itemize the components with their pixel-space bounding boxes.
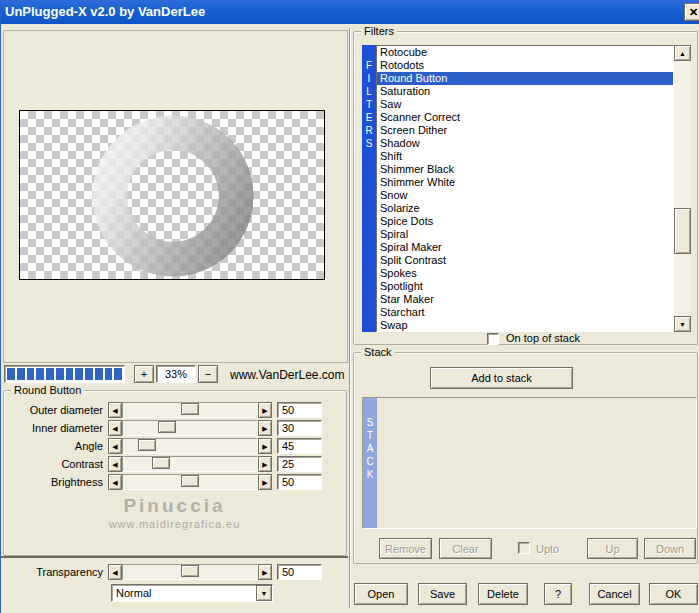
slider-value-field[interactable]: 25 [277, 456, 322, 472]
progress-segment [105, 368, 113, 380]
filter-list-item[interactable]: Rotodots [377, 59, 673, 72]
preview-canvas[interactable] [19, 110, 325, 280]
progress-segment [85, 368, 93, 380]
slider-track[interactable] [122, 474, 258, 490]
slider-thumb[interactable] [181, 565, 199, 577]
slider-thumb[interactable] [158, 421, 176, 433]
banner-letter: I [362, 72, 376, 85]
slider-thumb[interactable] [181, 475, 199, 487]
slider-thumb[interactable] [181, 403, 199, 415]
window-title: UnPlugged-X v2.0 by VanDerLee [5, 4, 205, 19]
slider-increase-arrow[interactable]: ▶ [258, 420, 272, 436]
progress-segment [75, 368, 83, 380]
on-top-of-stack-checkbox[interactable] [487, 333, 499, 345]
filter-list-item[interactable]: Spiral Maker [377, 241, 673, 254]
slider-increase-arrow[interactable]: ▶ [258, 564, 272, 580]
slider-track[interactable] [122, 402, 258, 418]
filter-list-item[interactable]: Spiral [377, 228, 673, 241]
help-button[interactable]: ? [544, 583, 572, 605]
slider-track[interactable] [122, 420, 258, 436]
save-button[interactable]: Save [418, 583, 467, 605]
filter-list-item[interactable]: Spice Dots [377, 215, 673, 228]
slider-label: Angle [3, 440, 103, 452]
upto-checkbox[interactable] [518, 542, 530, 554]
filter-list-item[interactable]: Starchart [377, 306, 673, 319]
slider-increase-arrow[interactable]: ▶ [258, 438, 272, 454]
cancel-button[interactable]: Cancel [589, 583, 640, 605]
progress-segment [56, 368, 64, 380]
filter-list-item[interactable]: Swap [377, 319, 673, 332]
slider-decrease-arrow[interactable]: ◀ [108, 402, 122, 418]
slider-increase-arrow[interactable]: ▶ [258, 474, 272, 490]
slider-row-angle: Angle◀▶45 [3, 438, 347, 454]
close-button[interactable]: ✕ [684, 3, 699, 21]
slider-decrease-arrow[interactable]: ◀ [108, 564, 122, 580]
title-bar[interactable]: UnPlugged-X v2.0 by VanDerLee ✕ [1, 0, 699, 24]
filter-list-item[interactable]: Shift [377, 150, 673, 163]
round-button-group-label: Round Button [11, 384, 84, 396]
zoom-in-button[interactable]: + [134, 365, 154, 383]
on-top-of-stack-label: On top of stack [506, 332, 580, 344]
filter-list-item[interactable]: Scanner Correct [377, 111, 673, 124]
filter-list-item[interactable]: Spokes [377, 267, 673, 280]
scroll-up-button[interactable]: ▲ [674, 45, 691, 61]
remove-button[interactable]: Remove [379, 538, 432, 559]
filter-list-item[interactable]: Solarize [377, 202, 673, 215]
filter-list-item[interactable]: Rotocube [377, 46, 673, 59]
filter-list-item[interactable]: Screen Dither [377, 124, 673, 137]
add-to-stack-button[interactable]: Add to stack [430, 367, 573, 389]
slider-row-contrast: Contrast◀▶25 [3, 456, 347, 472]
progress-segment [36, 368, 44, 380]
open-button[interactable]: Open [354, 583, 408, 605]
filters-listbox[interactable]: RotocubeRotodotsRound ButtonSaturationSa… [376, 45, 674, 332]
slider-value-field[interactable]: 45 [277, 438, 322, 454]
slider-track[interactable] [122, 456, 258, 472]
filter-list-item[interactable]: Saw [377, 98, 673, 111]
down-button[interactable]: Down [644, 538, 696, 559]
slider-track[interactable] [122, 438, 258, 454]
up-button[interactable]: Up [587, 538, 638, 559]
filter-list-item[interactable]: Split Contrast [377, 254, 673, 267]
slider-value-field[interactable]: 50 [277, 402, 322, 418]
filter-list-item[interactable]: Shadow [377, 137, 673, 150]
slider-value-field[interactable]: 50 [277, 564, 322, 580]
zoom-out-button[interactable]: − [198, 365, 218, 383]
progress-segment [17, 368, 25, 380]
filters-list-wrap: FILTERS RotocubeRotodotsRound ButtonSatu… [362, 45, 691, 332]
blend-mode-dropdown[interactable]: Normal ▼ [111, 584, 273, 602]
clear-button[interactable]: Clear [439, 538, 492, 559]
filter-list-item[interactable]: Saturation [377, 85, 673, 98]
slider-increase-arrow[interactable]: ▶ [258, 402, 272, 418]
slider-track[interactable] [122, 564, 258, 580]
filter-list-item[interactable]: Snow [377, 189, 673, 202]
slider-label: Transparency [3, 566, 103, 578]
slider-value-field[interactable]: 50 [277, 474, 322, 490]
delete-button[interactable]: Delete [478, 583, 528, 605]
filter-list-item[interactable]: Shimmer Black [377, 163, 673, 176]
progress-segment [66, 368, 74, 380]
blend-mode-value: Normal [116, 587, 151, 599]
slider-row-outer-diameter: Outer diameter◀▶50 [3, 402, 347, 418]
arrow-down-icon: ▼ [679, 321, 686, 328]
scrollbar-thumb[interactable] [674, 208, 691, 254]
filter-list-item[interactable]: Star Maker [377, 293, 673, 306]
slider-decrease-arrow[interactable]: ◀ [108, 438, 122, 454]
preview-panel [3, 30, 348, 363]
filter-list-item[interactable]: Spotlight [377, 280, 673, 293]
scroll-down-button[interactable]: ▼ [674, 316, 691, 332]
slider-increase-arrow[interactable]: ▶ [258, 456, 272, 472]
ok-button[interactable]: OK [649, 583, 698, 605]
slider-decrease-arrow[interactable]: ◀ [108, 456, 122, 472]
slider-decrease-arrow[interactable]: ◀ [108, 474, 122, 490]
slider-decrease-arrow[interactable]: ◀ [108, 420, 122, 436]
slider-thumb[interactable] [138, 439, 156, 451]
slider-thumb[interactable] [152, 457, 170, 469]
unplugged-x-dialog: UnPlugged-X v2.0 by VanDerLee ✕ + 33% − … [0, 0, 699, 613]
filter-list-item[interactable]: Round Button [377, 72, 673, 85]
stack-listbox[interactable]: STACK [362, 397, 697, 529]
dropdown-arrow-button[interactable]: ▼ [256, 585, 272, 601]
zoom-level-display: 33% [156, 365, 196, 383]
filter-list-item[interactable]: Shimmer White [377, 176, 673, 189]
filters-scrollbar[interactable]: ▲ ▼ [674, 45, 691, 332]
slider-value-field[interactable]: 30 [277, 420, 322, 436]
